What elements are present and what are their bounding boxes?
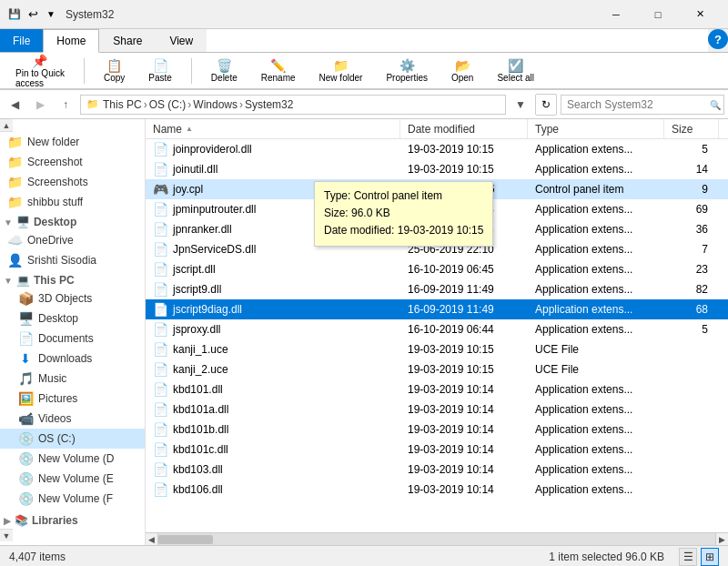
path-system32[interactable]: System32 [245,98,293,111]
tab-view[interactable]: View [156,29,207,52]
sidebar-item-screenshot[interactable]: 📁 Screenshot [0,152,145,172]
copy-btn[interactable]: 📋 Copy [96,56,133,86]
table-row[interactable]: 📄kanji_1.uce 19-03-2019 10:15 UCE File [146,339,728,359]
sidebar-item-volume-f[interactable]: 💿 New Volume (F [0,489,145,509]
sidebar-section-libraries[interactable]: ▶ 📚 Libraries [0,510,145,529]
file-icon: 📄 [153,422,167,437]
sidebar-section-desktop[interactable]: ▼ 🖥️ Desktop [0,212,145,230]
table-row[interactable]: 📄JpnServiceDS.dll 25-06-2019 22:10 Appli… [146,239,728,259]
sidebar-item-user[interactable]: 👤 Srishti Sisodia [0,250,145,270]
save-icon[interactable]: 💾 [7,7,22,22]
tab-share[interactable]: Share [99,29,156,52]
file-icon: 📄 [153,402,167,417]
detail-view-btn[interactable]: ⊞ [701,548,719,566]
table-row[interactable]: 📄joinutil.dll 19-03-2019 10:15 Applicati… [146,159,728,179]
libraries-icon: 📚 [15,514,28,527]
videos-icon: 📹 [18,411,33,426]
sidebar-item-volume-e[interactable]: 💿 New Volume (E [0,469,145,489]
file-icon: 📄 [153,202,167,217]
forward-button[interactable]: ▶ [29,94,51,116]
scroll-left-btn[interactable]: ◀ [146,533,158,546]
paste-btn[interactable]: 📄 Paste [140,56,180,86]
tab-home[interactable]: Home [43,29,99,53]
sidebar-item-volume-d[interactable]: 💿 New Volume (D [0,449,145,469]
back-button[interactable]: ◀ [4,94,25,116]
table-row[interactable]: 📄joinproviderol.dll 19-03-2019 10:15 App… [146,139,728,159]
sidebar-item-shibbu[interactable]: 📁 shibbu stuff [0,192,145,212]
onedrive-icon: ☁️ [7,233,22,248]
file-icon: 📄 [153,442,167,457]
sidebar-item-new-folder[interactable]: 📁 New folder [0,132,145,152]
properties-btn[interactable]: ⚙️ Properties [378,56,436,86]
dropdown-arrow[interactable]: ▼ [510,94,531,116]
path-osc[interactable]: OS (C:) [149,98,187,111]
path-windows[interactable]: Windows [193,98,238,111]
open-icon: 📂 [455,58,470,73]
table-row[interactable]: 📄kbd101a.dll 19-03-2019 10:14 Applicatio… [146,399,728,419]
sidebar-item-3dobjects[interactable]: 📦 3D Objects [0,288,145,308]
table-row-joy-cpl[interactable]: 🎮joy.cpl 19-03-2019 10:15 Control panel … [146,179,728,199]
col-header-size[interactable]: Size [664,119,719,138]
close-button[interactable]: ✕ [679,0,721,29]
sidebar-item-downloads[interactable]: ⬇ Downloads [0,349,145,369]
chevron-icon: ▼ [4,276,13,286]
customize-icon[interactable]: ▼ [44,7,58,22]
table-row[interactable]: 📄kbd106.dll 19-03-2019 10:14 Application… [146,480,728,500]
rename-btn[interactable]: ✏️ Rename [253,56,304,86]
sidebar-item-videos[interactable]: 📹 Videos [0,409,145,429]
sidebar-scroll-up[interactable]: ▲ [0,119,13,132]
table-row[interactable]: 📄kanji_2.uce 19-03-2019 10:15 UCE File [146,359,728,379]
scroll-right-btn[interactable]: ▶ [715,533,728,546]
address-bar: ◀ ▶ ↑ 📁 This PC › OS (C:) › Windows › Sy… [0,90,728,119]
desktop-label: Desktop [34,216,76,228]
sidebar-item-pictures[interactable]: 🖼️ Pictures [0,389,145,409]
table-row[interactable]: 📄jsproxy.dll 16-10-2019 06:44 Applicatio… [146,319,728,339]
undo-icon[interactable]: ↩ [25,7,40,22]
refresh-button[interactable]: ↻ [535,94,557,116]
sidebar-scroll-down[interactable]: ▼ [0,529,13,541]
help-icon[interactable]: ? [708,29,728,49]
sidebar-item-documents[interactable]: 📄 Documents [0,328,145,349]
sidebar-section-thispc[interactable]: ▼ 💻 This PC [0,270,145,288]
col-header-name[interactable]: Name ▲ [146,119,400,138]
table-row[interactable]: 📄kbd103.dll 19-03-2019 10:14 Application… [146,460,728,480]
open-btn[interactable]: 📂 Open [443,56,481,86]
sidebar-item-onedrive[interactable]: ☁️ OneDrive [0,230,145,250]
maximize-button[interactable]: □ [637,0,679,29]
horizontal-scrollbar[interactable]: ◀ ▶ [146,532,728,545]
delete-btn[interactable]: 🗑️ Delete [203,56,246,86]
window-controls: ─ □ ✕ [595,0,721,29]
list-view-btn[interactable]: ☰ [679,548,697,566]
scroll-thumb[interactable] [158,535,213,544]
table-row[interactable]: 📄kbd101b.dll 19-03-2019 10:14 Applicatio… [146,419,728,440]
table-row[interactable]: 📄kbd101.dll 19-03-2019 10:14 Application… [146,379,728,399]
sidebar-item-osc[interactable]: 💿 OS (C:) [0,429,145,449]
sidebar-item-music[interactable]: 🎵 Music [0,369,145,389]
col-header-date[interactable]: Date modified [400,119,528,138]
tab-file[interactable]: File [0,29,43,52]
file-icon: 📄 [153,242,167,257]
file-icon: 📄 [153,382,167,397]
desktop-icon: 🖥️ [18,311,33,326]
ribbon-content: 📌 Pin to Quickaccess 📋 Copy 📄 Paste 🗑️ D… [0,53,728,89]
sidebar-item-screenshots[interactable]: 📁 Screenshots [0,172,145,192]
table-row[interactable]: 📄kbd101c.dll 19-03-2019 10:14 Applicatio… [146,440,728,460]
sidebar-item-desktop[interactable]: 🖥️ Desktop [0,308,145,328]
address-path[interactable]: 📁 This PC › OS (C:) › Windows › System32 [80,95,506,115]
select-all-btn[interactable]: ☑️ Select all [489,56,542,86]
table-row[interactable]: 📄jpnranker.dll 19-03-2019 10:13 Applicat… [146,219,728,239]
table-row[interactable]: 📄jscript.dll 16-10-2019 06:45 Applicatio… [146,259,728,279]
table-row[interactable]: 📄jscript9.dll 16-09-2019 11:49 Applicati… [146,279,728,299]
minimize-button[interactable]: ─ [595,0,637,29]
3dobjects-icon: 📦 [18,291,33,306]
pin-to-quick-access-btn[interactable]: 📌 Pin to Quickaccess [7,51,73,91]
table-row[interactable]: 📄jpminputrouter.dll 19-03-2019 10:14 App… [146,199,728,219]
file-icon: 📄 [153,142,167,157]
path-thispc[interactable]: This PC [103,98,142,111]
drive-icon: 💿 [18,451,33,466]
search-input[interactable] [561,95,724,115]
new-folder-btn[interactable]: 📁 New folder [311,56,371,86]
table-row-jscript9diag[interactable]: 📄jscript9diag.dll 16-09-2019 11:49 Appli… [146,299,728,319]
up-button[interactable]: ↑ [55,94,76,116]
col-header-type[interactable]: Type [528,119,664,138]
